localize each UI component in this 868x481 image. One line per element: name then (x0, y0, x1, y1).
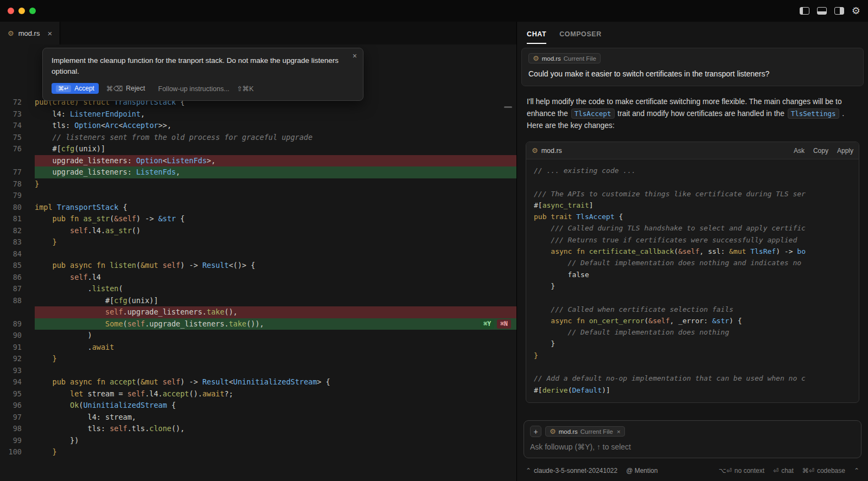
line-number: 94 (0, 376, 35, 388)
code-line[interactable]: 90 ) (0, 330, 516, 342)
titlebar-actions: ⚙ (800, 6, 860, 16)
hint-codebase[interactable]: ⌘⏎codebase (802, 467, 845, 474)
tab-composer[interactable]: COMPOSER (559, 23, 602, 44)
footer-hints: ⌥⏎no context ⏎chat ⌘⏎codebase ⌃ (719, 467, 859, 474)
code-line[interactable]: 78} (0, 178, 516, 190)
code-line[interactable]: self.upgrade_listeners.take(), (0, 306, 516, 318)
line-number (0, 306, 35, 318)
apply-button[interactable]: Apply (837, 147, 853, 155)
line-number: 85 (0, 260, 35, 272)
code-line[interactable]: 86 self.l4 (0, 272, 516, 284)
ask-button[interactable]: Ask (794, 147, 805, 155)
tab-chat[interactable]: CHAT (527, 23, 546, 44)
user-message-text: Could you make it easier to switch certi… (528, 68, 857, 79)
codeblock-filename: mod.rs (541, 147, 562, 155)
code-line (534, 176, 851, 188)
code-line[interactable]: 94 pub async fn accept(&mut self) -> Res… (0, 376, 516, 388)
code-line[interactable]: 79 (0, 190, 516, 202)
code-line[interactable]: 95 let stream = self.l4.accept().await?; (0, 388, 516, 400)
accept-kbd: ⌘↵ (56, 85, 71, 92)
code-line[interactable]: 81 pub fn as_str(&self) -> &str { (0, 213, 516, 225)
code-line[interactable]: 76 #[cfg(unix)] (0, 143, 516, 155)
line-number: 95 (0, 388, 35, 400)
code-line: /// The APIs to customize things like ce… (534, 188, 851, 200)
code-line[interactable]: 96 Ok(UninitializedStream { (0, 400, 516, 412)
code-line[interactable]: upgrade_listeners: Option<ListenFds>, (0, 155, 516, 167)
followup-instructions-button[interactable]: Follow-up instructions... ⇧⌘K (158, 85, 254, 93)
tab-mod-rs[interactable]: ⚙ mod.rs × (0, 22, 60, 44)
code-line[interactable]: 84 (0, 248, 516, 260)
editor-body[interactable]: × Implement the cleanup function for the… (0, 44, 516, 481)
code-line: // ... existing code ... (534, 165, 851, 176)
rust-file-icon: ⚙ (550, 428, 556, 435)
codeblock-header: ⚙ mod.rs Ask Copy Apply (526, 142, 859, 159)
chat-conversation[interactable]: ⚙ mod.rs Current File Could you make it … (517, 46, 868, 417)
zoom-window-button[interactable] (29, 8, 36, 14)
code-line[interactable]: 77 upgrade_listeners: ListenFds, (0, 166, 516, 178)
reject-button[interactable]: ⌘⌫ Reject (106, 85, 145, 93)
line-number: 99 (0, 435, 35, 447)
code-line[interactable]: 97 l4: stream, (0, 412, 516, 424)
chat-codeblock: ⚙ mod.rs Ask Copy Apply // ... existing … (526, 142, 859, 403)
code-line[interactable]: 73 l4: ListenerEndpoint, (0, 108, 516, 120)
add-context-button[interactable]: + (530, 426, 541, 437)
code-line[interactable]: 88 #[cfg(unix)] (0, 295, 516, 307)
popup-close-icon[interactable]: × (353, 52, 357, 60)
mention-button[interactable]: @ Mention (626, 467, 658, 474)
minimize-window-button[interactable] (18, 8, 25, 14)
codeblock-content: // ... existing code .../// The APIs to … (526, 159, 859, 402)
diff-accept-badge[interactable]: ⌘Y (480, 319, 494, 329)
code-line[interactable]: 87 .listen( (0, 283, 516, 295)
tab-close-icon[interactable]: × (47, 29, 52, 38)
chat-footer: ⌃ claude-3-5-sonnet-20241022 @ Mention ⌥… (517, 460, 868, 481)
line-number: 97 (0, 412, 35, 424)
chip-close-icon[interactable]: × (617, 428, 621, 435)
input-context-row: + ⚙ mod.rs Current File × (530, 426, 855, 437)
code-line[interactable]: 99 }) (0, 435, 516, 447)
settings-gear-icon[interactable]: ⚙ (852, 6, 860, 16)
inline-code-tlsaccept: TlsAccept (571, 108, 615, 119)
line-number: 89 (0, 318, 35, 330)
code-line[interactable]: 74 tls: Option<Arc<Acceptor>>, (0, 120, 516, 132)
diff-reject-badge[interactable]: ⌘N (497, 319, 511, 329)
line-number: 77 (0, 166, 35, 178)
code-line[interactable]: 93 (0, 365, 516, 377)
hint-chat: ⏎chat (773, 467, 794, 474)
chat-tabs: CHAT COMPOSER (517, 22, 868, 46)
input-context-chip[interactable]: ⚙ mod.rs Current File × (545, 426, 625, 437)
accept-button[interactable]: ⌘↵ Accept (52, 83, 99, 94)
context-chip[interactable]: ⚙ mod.rs Current File (528, 53, 601, 63)
copy-button[interactable]: Copy (813, 147, 828, 155)
code-line: // Add a default no-op implementation th… (534, 373, 851, 384)
codebase-expand-chevron-icon[interactable]: ⌃ (854, 467, 859, 474)
rust-file-icon: ⚙ (532, 147, 538, 154)
code-line[interactable]: 98 tls: self.tls.clone(), (0, 423, 516, 435)
editor-scrollbar-thumb[interactable] (504, 106, 512, 108)
code-line[interactable]: 100 } (0, 446, 516, 458)
model-selector[interactable]: ⌃ claude-3-5-sonnet-20241022 (526, 467, 617, 474)
diff-badges: ⌘Y⌘N (480, 319, 511, 329)
code-line (534, 361, 851, 373)
code-line[interactable]: 80impl TransportStack { (0, 202, 516, 214)
followup-input[interactable] (530, 442, 855, 451)
close-window-button[interactable] (8, 8, 14, 14)
code-line[interactable]: 89 Some(self.upgrade_listeners.take()),⌘… (0, 318, 516, 330)
code-line[interactable]: 85 pub async fn listen(&mut self) -> Res… (0, 260, 516, 272)
line-number: 74 (0, 120, 35, 132)
code-line[interactable]: 82 self.l4.as_str() (0, 225, 516, 237)
code-editor[interactable]: 72pub(crate) struct TransportStack {73 l… (0, 44, 516, 458)
toggle-bottom-panel-icon[interactable] (817, 7, 827, 15)
chat-input-box[interactable]: + ⚙ mod.rs Current File × (524, 420, 861, 458)
line-number: 98 (0, 423, 35, 435)
line-number: 76 (0, 143, 35, 155)
codeblock-actions: Ask Copy Apply (794, 147, 853, 155)
code-line: /// Returns true if certificates were su… (534, 234, 851, 246)
toggle-left-sidebar-icon[interactable] (800, 7, 809, 15)
code-line[interactable]: 92 } (0, 353, 516, 365)
code-line: } (534, 350, 851, 361)
chip-tag-label: Current File (580, 428, 613, 435)
toggle-right-sidebar-icon[interactable] (834, 7, 844, 15)
code-line[interactable]: 75 // listeners sent from the old proces… (0, 132, 516, 144)
code-line[interactable]: 83 } (0, 236, 516, 248)
code-line[interactable]: 91 .await (0, 342, 516, 354)
